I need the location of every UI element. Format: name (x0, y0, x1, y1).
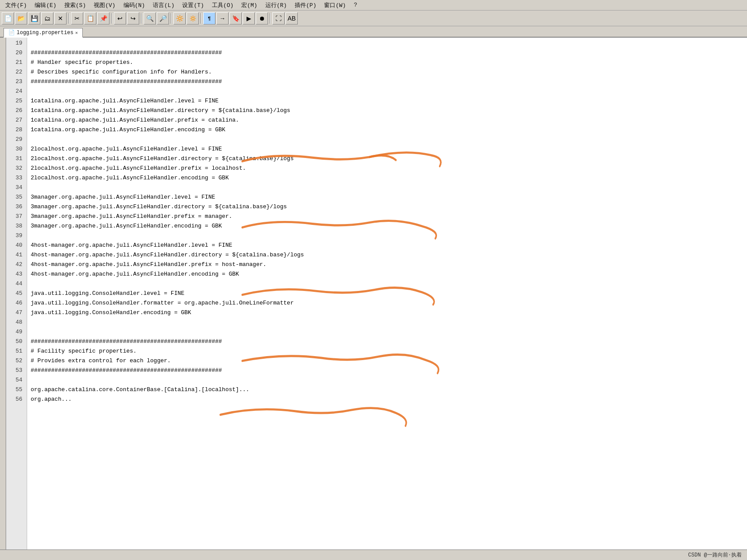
code-line-26: 1catalina.org.apache.juli.AsyncFileHandl… (31, 106, 743, 116)
code-line-42: 4host-manager.org.apache.juli.AsyncFileH… (31, 260, 743, 270)
tab-close-icon[interactable]: ✕ (75, 30, 78, 35)
sep2 (111, 13, 112, 24)
code-line-22: # Describes specific configuration info … (31, 67, 743, 77)
tab-logging-properties[interactable]: 📄 logging.properties ✕ (4, 28, 83, 38)
new-button[interactable]: 📄 (2, 12, 14, 24)
zoom-in-button[interactable]: 🔆 (173, 12, 186, 24)
menu-window[interactable]: 窗口(W) (321, 0, 349, 10)
line-num-30: 30 (6, 144, 25, 154)
statusbar: CSDN @一路向前·执着 (0, 550, 747, 560)
cut-button[interactable]: ✂ (71, 12, 83, 24)
zoom-in-icon: 🔆 (176, 15, 183, 22)
code-line-39 (31, 231, 743, 241)
menu-edit[interactable]: 编辑(E) (31, 0, 60, 10)
line-num-23: 23 (6, 77, 25, 87)
line-num-31: 31 (6, 154, 25, 164)
left-margin (0, 38, 6, 550)
code-line-52: # Provides extra control for each logger… (31, 356, 743, 366)
bookmark-icon: 🔖 (232, 15, 240, 22)
line-num-22: 22 (6, 67, 25, 77)
full-screen-icon: ⛶ (275, 15, 282, 22)
code-line-19 (31, 38, 743, 48)
line-num-29: 29 (6, 135, 25, 144)
menu-help[interactable]: ? (350, 1, 361, 9)
code-line-35: 3manager.org.apache.juli.AsyncFileHandle… (31, 192, 743, 202)
open-button[interactable]: 📂 (15, 12, 27, 24)
line-num-41: 41 (6, 250, 25, 260)
run-button[interactable]: ▶ (243, 12, 255, 24)
code-line-36: 3manager.org.apache.juli.AsyncFileHandle… (31, 202, 743, 212)
line-num-53: 53 (6, 366, 25, 375)
save-all-button[interactable]: 🗂 (41, 12, 53, 24)
line-num-43: 43 (6, 270, 25, 279)
menu-settings[interactable]: 设置(T) (179, 0, 207, 10)
code-line-46: java.util.logging.ConsoleHandler.formatt… (31, 298, 743, 308)
line-num-24: 24 (6, 87, 25, 96)
line-num-46: 46 (6, 298, 25, 308)
close-button[interactable]: ✕ (54, 12, 67, 24)
code-line-51: # Facility specific properties. (31, 346, 743, 356)
menu-macro[interactable]: 宏(M) (238, 0, 261, 10)
menu-run[interactable]: 运行(R) (262, 0, 290, 10)
menu-search[interactable]: 搜索(S) (61, 0, 89, 10)
menu-encode[interactable]: 编码(N) (120, 0, 148, 10)
line-num-35: 35 (6, 192, 25, 202)
line-num-36: 36 (6, 202, 25, 212)
line-num-27: 27 (6, 116, 25, 125)
code-line-53: ########################################… (31, 366, 743, 375)
copy-button[interactable]: 📋 (84, 12, 96, 24)
paste-button[interactable]: 📌 (97, 12, 109, 24)
code-line-56: org.apach... (31, 395, 743, 404)
code-line-38: 3manager.org.apache.juli.AsyncFileHandle… (31, 221, 743, 231)
code-line-31: 2localhost.org.apache.juli.AsyncFileHand… (31, 154, 743, 164)
line-num-20: 20 (6, 48, 25, 58)
undo-button[interactable]: ↩ (114, 12, 126, 24)
line-num-50: 50 (6, 337, 25, 346)
status-text: CSDN @一路向前·执着 (688, 551, 742, 559)
bookmark-button[interactable]: 🔖 (229, 12, 242, 24)
line-num-55: 55 (6, 385, 25, 395)
macro-button[interactable]: ⏺ (256, 12, 268, 24)
line-numbers: 19 20 21 22 23 24 25 26 27 28 29 30 31 3… (6, 38, 27, 550)
code-line-55: org.apache.catalina.core.ContainerBase.[… (31, 385, 743, 395)
menu-plugins[interactable]: 插件(P) (291, 0, 320, 10)
code-line-23: ########################################… (31, 77, 743, 87)
code-line-47: java.util.logging.ConsoleHandler.encodin… (31, 308, 743, 318)
line-num-32: 32 (6, 164, 25, 173)
line-num-25: 25 (6, 96, 25, 106)
code-area[interactable]: ########################################… (27, 38, 747, 550)
menu-language[interactable]: 语言(L) (149, 0, 178, 10)
line-num-48: 48 (6, 318, 25, 327)
menu-view[interactable]: 视图(V) (90, 0, 119, 10)
word-wrap-button[interactable]: ¶ (203, 12, 215, 24)
sep3 (141, 13, 142, 24)
code-line-20: ########################################… (31, 48, 743, 58)
save-button[interactable]: 💾 (28, 12, 40, 24)
menu-file[interactable]: 文件(F) (2, 0, 30, 10)
code-line-33: 2localhost.org.apache.juli.AsyncFileHand… (31, 173, 743, 183)
run-icon: ▶ (247, 15, 251, 22)
line-num-56: 56 (6, 395, 25, 404)
menubar: 文件(F) 编辑(E) 搜索(S) 视图(V) 编码(N) 语言(L) 设置(T… (0, 0, 747, 10)
replace-button[interactable]: 🔎 (157, 12, 169, 24)
zoom-out-button[interactable]: 🔅 (187, 12, 199, 24)
macro-icon: ⏺ (259, 15, 265, 22)
close-doc-icon: ✕ (58, 15, 63, 22)
word-wrap-icon: ¶ (208, 16, 211, 21)
code-line-49 (31, 327, 743, 337)
line-num-19: 19 (6, 38, 25, 48)
find-button[interactable]: 🔍 (144, 12, 156, 24)
menu-tools[interactable]: 工具(O) (208, 0, 237, 10)
syntax-button[interactable]: AB (285, 12, 298, 24)
line-num-40: 40 (6, 241, 25, 250)
indent-button[interactable]: → (216, 12, 229, 24)
zoom-out-icon: 🔅 (189, 15, 197, 22)
line-num-34: 34 (6, 183, 25, 192)
line-num-47: 47 (6, 308, 25, 318)
redo-button[interactable]: ↪ (127, 12, 139, 24)
tab-label: logging.properties (17, 30, 74, 36)
line-num-28: 28 (6, 125, 25, 135)
full-screen-button[interactable]: ⛶ (272, 12, 285, 24)
code-line-41: 4host-manager.org.apache.juli.AsyncFileH… (31, 250, 743, 260)
code-line-37: 3manager.org.apache.juli.AsyncFileHandle… (31, 212, 743, 221)
